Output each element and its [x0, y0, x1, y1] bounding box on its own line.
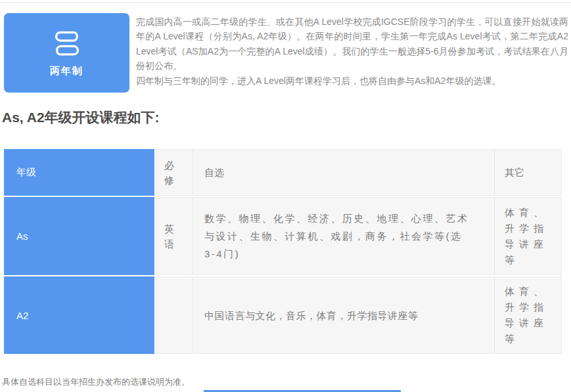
elective-cell-a2: 中国语言与文化，音乐，体育，升学指导讲座等: [193, 277, 495, 353]
other-cell-as: 体育、 升学指 导讲座 等: [495, 198, 561, 274]
top-divider: [0, 2, 571, 3]
grade-cell-a2: A2: [4, 276, 154, 354]
table-row-as: As 英 语 数学、物理、化学、经济、历史、地理、心理、艺术 与设计、生物、计算…: [4, 197, 562, 275]
grade-cell-as: As: [4, 197, 154, 275]
elective-header-cell: 自选: [193, 150, 495, 195]
row-as-cells-group: 英 语 数学、物理、化学、经济、历史、地理、心理、艺术 与设计、生物、计算机、戏…: [156, 197, 562, 275]
required-cell-a2: [156, 277, 193, 353]
elective-cell-as: 数学、物理、化学、经济、历史、地理、心理、艺术 与设计、生物、计算机、戏剧，商务…: [193, 198, 495, 274]
books-icon: [47, 28, 87, 60]
section-heading: As, A2年级开设课程如下:: [2, 109, 160, 126]
header-cells-group: 必 修 自选 其它: [156, 149, 562, 196]
other-header-cell: 其它: [495, 150, 561, 195]
intro-paragraph: 完成国内高一或高二年级的学生、或在其他A Level学校完成IGCSE阶段学习的…: [136, 14, 568, 74]
row-a2-cells-group: 中国语言与文化，音乐，体育，升学指导讲座等 体育、 升学指 导讲座 等: [156, 276, 562, 354]
table-header-row: 年级 必 修 自选 其它: [4, 149, 562, 196]
required-header-cell: 必 修: [156, 150, 193, 195]
footnote: 具体自选科目以当年招生办发布的选课说明为准。: [2, 376, 190, 388]
page: 两年制 完成国内高一或高二年级的学生、或在其他A Level学校完成IGCSE阶…: [0, 0, 571, 392]
two-year-badge: 两年制: [4, 13, 129, 93]
badge-label: 两年制: [50, 65, 83, 77]
intro-text: 完成国内高一或高二年级的学生、或在其他A Level学校完成IGCSE阶段学习的…: [136, 14, 568, 88]
grade-header-cell: 年级: [4, 149, 154, 196]
other-cell-a2: 体育、 升学指 导讲座 等: [495, 277, 561, 353]
note-paragraph: 四年制与三年制的同学，进入A Level两年课程学习后，也将自由参与As和A2年…: [136, 74, 568, 88]
table-row-a2: A2 中国语言与文化，音乐，体育，升学指导讲座等 体育、 升学指 导讲座 等: [4, 276, 562, 354]
required-cell-as: 英 语: [156, 198, 193, 274]
course-table: 年级 必 修 自选 其它 As 英 语 数学、物理、化学、经济、历史、地理、心理…: [4, 149, 562, 355]
